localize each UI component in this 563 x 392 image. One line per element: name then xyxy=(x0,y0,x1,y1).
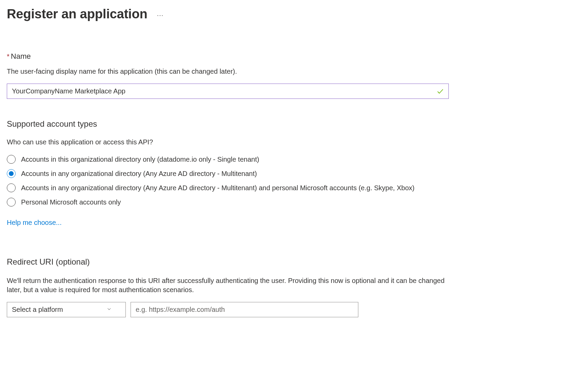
more-actions-icon[interactable]: ··· xyxy=(157,10,164,18)
radio-option-multitenant[interactable]: Accounts in any organizational directory… xyxy=(7,169,449,178)
radio-label: Accounts in this organizational director… xyxy=(21,156,259,163)
radio-icon xyxy=(7,155,16,164)
platform-select-value: Select a platform xyxy=(12,306,63,314)
name-input[interactable] xyxy=(7,84,449,99)
account-types-radio-group: Accounts in this organizational director… xyxy=(7,155,449,207)
name-description: The user-facing display name for this ap… xyxy=(7,67,449,76)
redirect-uri-section: Redirect URI (optional) We'll return the… xyxy=(7,257,449,317)
redirect-uri-input[interactable] xyxy=(131,302,358,317)
account-types-heading: Supported account types xyxy=(7,119,449,129)
radio-icon xyxy=(7,198,16,207)
radio-label: Accounts in any organizational directory… xyxy=(21,184,414,192)
redirect-heading: Redirect URI (optional) xyxy=(7,257,449,267)
help-me-choose-link[interactable]: Help me choose... xyxy=(7,219,62,226)
platform-select[interactable]: Select a platform xyxy=(7,302,126,317)
account-types-question: Who can use this application or access t… xyxy=(7,138,449,146)
page-title: Register an application xyxy=(7,7,148,21)
required-indicator: * xyxy=(7,53,10,60)
radio-option-personal-only[interactable]: Personal Microsoft accounts only xyxy=(7,198,449,207)
name-label: Name xyxy=(11,52,31,61)
radio-option-multitenant-personal[interactable]: Accounts in any organizational directory… xyxy=(7,183,449,192)
redirect-description: We'll return the authentication response… xyxy=(7,276,449,295)
name-section: *Name The user-facing display name for t… xyxy=(7,52,449,99)
radio-icon xyxy=(7,183,16,192)
radio-label: Accounts in any organizational directory… xyxy=(21,170,257,178)
radio-option-single-tenant[interactable]: Accounts in this organizational director… xyxy=(7,155,449,164)
radio-icon xyxy=(7,169,16,178)
radio-label: Personal Microsoft accounts only xyxy=(21,198,121,206)
chevron-down-icon xyxy=(106,306,112,314)
account-types-section: Supported account types Who can use this… xyxy=(7,119,449,227)
